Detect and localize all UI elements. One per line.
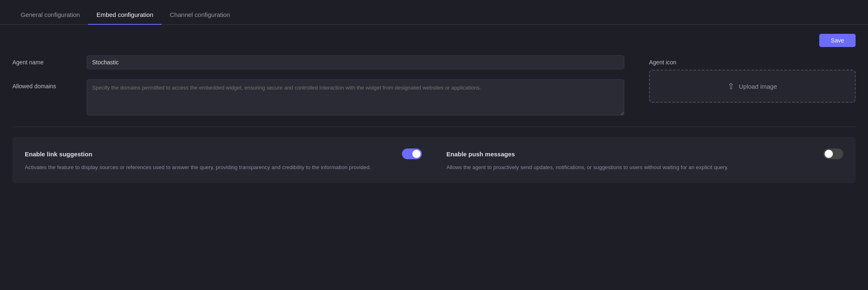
toggle-link-suggestion-slider <box>402 149 422 159</box>
allowed-domains-row: Allowed domains <box>12 79 624 117</box>
section-divider <box>12 127 856 127</box>
toggle-push-messages-slider <box>823 149 843 159</box>
fields-column: Agent name Allowed domains <box>12 55 624 117</box>
agent-name-label: Agent name <box>12 55 78 66</box>
toggle-link-suggestion-header: Enable link suggestion <box>25 149 422 159</box>
tab-embed[interactable]: Embed configuration <box>88 5 162 25</box>
upload-image-label: Upload image <box>739 83 777 90</box>
upload-icon: ⇧ <box>728 81 735 91</box>
toggle-link-suggestion-desc: Activates the feature to display sources… <box>25 163 422 172</box>
main-content: Save Agent name Allowed domains <box>0 25 868 196</box>
allowed-domains-input[interactable] <box>87 79 624 116</box>
toggle-push-messages-switch[interactable] <box>823 149 843 159</box>
agent-icon-label: Agent icon <box>649 55 715 66</box>
page-container: General configuration Embed configuratio… <box>0 0 868 290</box>
tab-channel[interactable]: Channel configuration <box>162 5 238 25</box>
toggle-push-messages: Enable push messages Allows the agent to… <box>447 149 844 172</box>
agent-name-control <box>87 55 624 69</box>
top-grid: Agent name Allowed domains Agent icon <box>12 55 856 117</box>
header-row: Save <box>12 29 856 55</box>
agent-name-row: Agent name <box>12 55 624 69</box>
allowed-domains-control <box>87 79 624 117</box>
toggle-link-suggestion-title: Enable link suggestion <box>25 151 92 158</box>
toggle-link-suggestion: Enable link suggestion Activates the fea… <box>25 149 422 172</box>
icon-column: Agent icon ⇧ Upload image <box>649 55 856 103</box>
toggle-push-messages-desc: Allows the agent to proactively send upd… <box>447 163 844 172</box>
agent-name-input[interactable] <box>87 55 624 69</box>
tab-bar: General configuration Embed configuratio… <box>0 0 868 25</box>
tab-general[interactable]: General configuration <box>12 5 88 25</box>
toggle-push-messages-header: Enable push messages <box>447 149 844 159</box>
agent-icon-row: Agent icon <box>649 55 856 66</box>
save-button[interactable]: Save <box>819 34 856 47</box>
toggle-push-messages-title: Enable push messages <box>447 151 515 158</box>
allowed-domains-label: Allowed domains <box>12 79 78 90</box>
upload-image-button[interactable]: ⇧ Upload image <box>649 70 856 103</box>
toggle-link-suggestion-switch[interactable] <box>402 149 422 159</box>
toggles-section: Enable link suggestion Activates the fea… <box>12 137 856 183</box>
